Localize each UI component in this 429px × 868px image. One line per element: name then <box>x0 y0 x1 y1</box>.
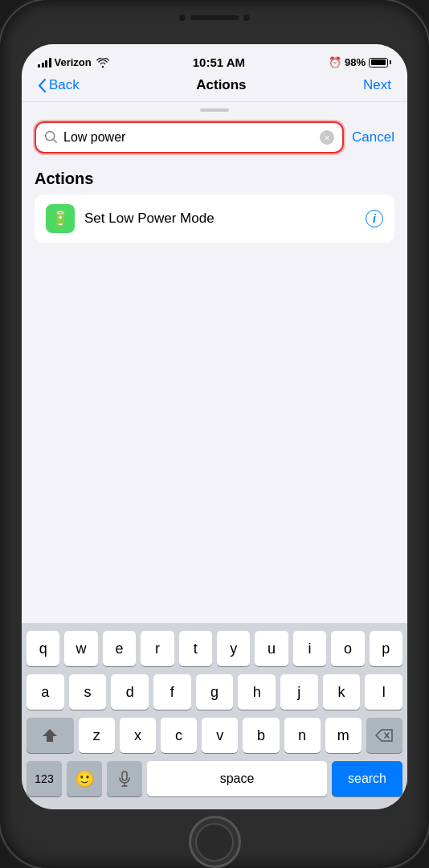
svg-line-1 <box>53 139 56 142</box>
search-icon <box>44 130 57 145</box>
home-button-inner <box>195 823 234 862</box>
key-w[interactable]: w <box>64 631 97 666</box>
search-bar: Low power <box>35 121 344 154</box>
key-row-2: a s d f g h j k l <box>27 674 402 710</box>
back-label: Back <box>49 77 80 93</box>
battery-action-icon: 🔋 <box>51 210 69 227</box>
key-numbers[interactable]: 123 <box>27 761 62 796</box>
key-shift[interactable] <box>27 718 74 753</box>
key-row-bottom: 123 🙂 space search <box>27 761 402 796</box>
battery-percent: 98% <box>345 56 366 68</box>
key-search[interactable]: search <box>332 761 402 796</box>
key-j[interactable]: j <box>280 674 318 710</box>
drag-handle <box>22 102 407 117</box>
carrier-label: Verizon <box>55 56 92 68</box>
key-p[interactable]: p <box>370 631 402 666</box>
back-button[interactable]: Back <box>38 77 80 93</box>
key-a[interactable]: a <box>27 674 64 710</box>
status-right: ⏰ 98% <box>329 56 391 68</box>
status-bar: Verizon 10:51 AM ⏰ 98% <box>22 44 407 69</box>
key-d[interactable]: d <box>111 674 149 710</box>
status-time: 10:51 AM <box>193 55 245 69</box>
key-delete[interactable] <box>366 718 402 753</box>
keyboard: q w e r t y u i o p a s d f g h j k <box>22 623 407 809</box>
actions-section: Actions 🔋 Set Low Power Mode i <box>22 162 407 623</box>
camera-dot <box>179 14 186 21</box>
key-s[interactable]: s <box>69 674 107 710</box>
key-k[interactable]: k <box>323 674 361 710</box>
camera-dot-right <box>243 14 250 21</box>
key-l[interactable]: l <box>365 674 402 710</box>
nav-bar: Back Actions Next <box>22 69 407 102</box>
nav-title: Actions <box>196 77 246 93</box>
key-b[interactable]: b <box>243 718 279 753</box>
key-n[interactable]: n <box>284 718 321 753</box>
key-m[interactable]: m <box>325 718 362 753</box>
alarm-icon: ⏰ <box>329 56 341 68</box>
svg-rect-4 <box>122 772 127 780</box>
phone-frame: Verizon 10:51 AM ⏰ 98% <box>0 0 429 868</box>
search-input[interactable]: Low power <box>63 130 313 145</box>
content-area: Low power Cancel Actions 🔋 Set Low Power… <box>22 102 407 623</box>
key-i[interactable]: i <box>293 631 326 666</box>
action-item[interactable]: 🔋 Set Low Power Mode i <box>35 194 394 243</box>
battery-icon <box>369 58 391 68</box>
key-emoji[interactable]: 🙂 <box>67 761 102 796</box>
search-container: Low power Cancel <box>22 117 407 162</box>
key-e[interactable]: e <box>103 631 136 666</box>
action-label: Set Low Power Mode <box>84 211 356 227</box>
key-t[interactable]: t <box>179 631 212 666</box>
key-row-3: z x c v b n m <box>27 718 402 753</box>
key-h[interactable]: h <box>238 674 276 710</box>
key-v[interactable]: v <box>202 718 238 753</box>
key-microphone[interactable] <box>107 761 142 796</box>
cancel-button[interactable]: Cancel <box>352 129 394 145</box>
key-space[interactable]: space <box>147 761 327 796</box>
key-f[interactable]: f <box>153 674 191 710</box>
key-row-1: q w e r t y u i o p <box>27 631 402 666</box>
key-o[interactable]: o <box>331 631 364 666</box>
clear-search-button[interactable] <box>320 130 334 145</box>
key-g[interactable]: g <box>196 674 234 710</box>
key-u[interactable]: u <box>255 631 288 666</box>
wifi-icon <box>96 58 109 68</box>
search-bar-wrapper: Low power <box>35 121 344 154</box>
screen: Verizon 10:51 AM ⏰ 98% <box>22 44 407 809</box>
key-r[interactable]: r <box>141 631 174 666</box>
status-left: Verizon <box>38 56 109 68</box>
info-button[interactable]: i <box>366 210 383 227</box>
next-button[interactable]: Next <box>363 77 391 93</box>
camera-notch <box>179 14 250 21</box>
key-c[interactable]: c <box>161 718 197 753</box>
chevron-left-icon <box>38 79 46 92</box>
speaker-bar <box>190 15 239 20</box>
key-z[interactable]: z <box>79 718 115 753</box>
home-button[interactable] <box>189 816 241 868</box>
key-x[interactable]: x <box>120 718 156 753</box>
signal-bars <box>38 58 51 68</box>
action-icon: 🔋 <box>46 204 75 233</box>
section-header: Actions <box>35 170 394 188</box>
key-q[interactable]: q <box>27 631 59 666</box>
key-y[interactable]: y <box>217 631 250 666</box>
